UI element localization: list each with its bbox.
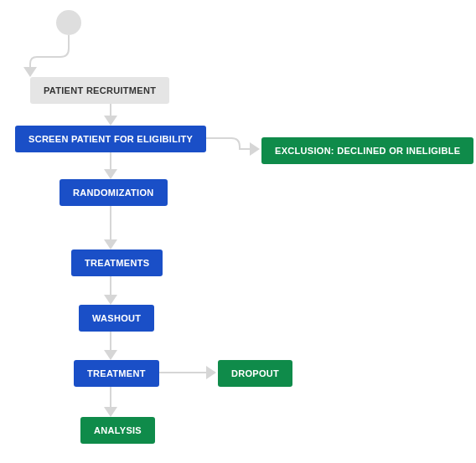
node-label: RANDOMIZATION: [73, 188, 154, 198]
node-analysis[interactable]: ANALYSIS: [80, 417, 155, 444]
connector-layer: [0, 0, 476, 463]
node-patient-recruitment[interactable]: PATIENT RECRUITMENT: [30, 77, 169, 104]
start-node: [56, 10, 81, 35]
node-label: ANALYSIS: [94, 425, 142, 435]
node-treatments[interactable]: TREATMENTS: [71, 250, 163, 276]
node-dropout[interactable]: DROPOUT: [218, 360, 292, 387]
node-label: PATIENT RECRUITMENT: [44, 85, 156, 95]
node-treatment[interactable]: TREATMENT: [74, 360, 159, 387]
node-screen-eligibility[interactable]: SCREEN PATIENT FOR ELIGIBILITY: [15, 126, 206, 152]
node-label: TREATMENT: [87, 368, 146, 378]
node-washout[interactable]: WASHOUT: [79, 305, 154, 332]
node-label: TREATMENTS: [85, 258, 149, 268]
node-label: WASHOUT: [92, 313, 141, 323]
node-label: EXCLUSION: DECLINED OR INELIGIBLE: [275, 146, 460, 156]
node-label: DROPOUT: [231, 368, 279, 378]
node-randomization[interactable]: RANDOMIZATION: [60, 179, 168, 206]
node-exclusion[interactable]: EXCLUSION: DECLINED OR INELIGIBLE: [261, 137, 473, 164]
node-label: SCREEN PATIENT FOR ELIGIBILITY: [28, 134, 193, 144]
